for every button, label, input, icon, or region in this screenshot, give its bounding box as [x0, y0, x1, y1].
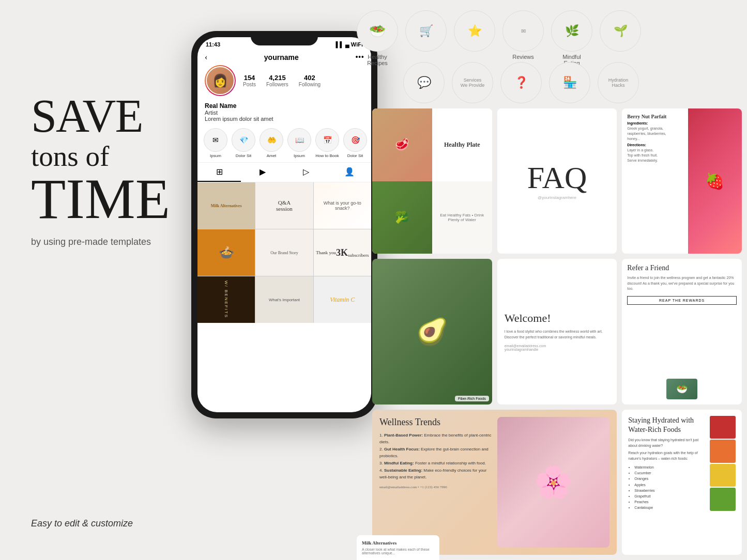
ig-highlight-reviews[interactable]: ✉ Reviews [502, 10, 544, 60]
save-headline: SAVE [31, 93, 186, 139]
welcome-contact: email@emailaddress.comyourinstagramhandl… [505, 344, 546, 351]
ingredients-label: Ingredients: [627, 121, 684, 125]
highlight-amet[interactable]: 🤲 Amet [260, 128, 283, 158]
fiber-tag: Fiber-Rich Foods [455, 396, 489, 401]
hydrated-img-yellow [710, 464, 736, 487]
highlight-label-6: Dolor Sit [347, 153, 363, 158]
ig-highlights-section: 🥗 HealthyRecipes 🛒 ⭐ ✉ Reviews 🌿 Mindful… [357, 10, 737, 66]
healthy-plate-title: Healthy Plate [432, 108, 492, 181]
wellness-title: Wellness Trends [379, 417, 492, 428]
highlight-ipsum2[interactable]: 📖 Ipsum [287, 128, 311, 158]
milk-strip-title: Milk Alternatives [362, 540, 434, 546]
profile-username: yourname [264, 53, 299, 61]
highlight-label-3: Amet [267, 153, 277, 158]
ig-highlight-circle-2: 🛒 [405, 10, 447, 52]
grid-content-7: W/ BENEFITS [197, 276, 255, 323]
card-avocado: 🥑 Fiber-Rich Foods [372, 259, 492, 404]
grid-content-3: What is your go-to snack? [314, 182, 371, 229]
berry-text-section: Berry Nut Parfait Ingredients: Greek yog… [627, 114, 687, 163]
grid-cell-1: Milk Alternatives [197, 182, 255, 229]
highlight-circle-5: 📅 [315, 128, 339, 152]
card-faq: FAQ @yourinstagramhere [497, 108, 617, 254]
card-welcome: Welcome! I love a food stylist who combi… [497, 259, 617, 404]
tab-grid[interactable]: ⊞ [197, 163, 241, 182]
highlight-book[interactable]: 📅 How to Book [315, 128, 339, 158]
grid-content-6: Thank you3Ksubscribers [314, 229, 371, 276]
card-refer: Refer a Friend Invite a friend to join t… [622, 259, 742, 404]
grid-cell-3: What is your go-to snack? [314, 182, 371, 229]
profile-stats: 154 Posts 4,215 Followers 402 Following [236, 70, 328, 91]
ig-highlight-chat[interactable]: 💬 [403, 62, 445, 105]
status-time: 11:43 [206, 41, 220, 48]
avatar-inner: 👩 [206, 66, 235, 95]
wellness-item-1: 1. Plant-Based Power: Embrace the benefi… [379, 432, 492, 446]
highlight-dolor[interactable]: 💎 Dolor Sit [232, 128, 255, 158]
hydrated-inner: Staying Hydrated with Water-Rich Foods D… [628, 416, 736, 511]
highlight-ipsum[interactable]: ✉ Ipsum [204, 128, 227, 158]
phone-outer: 11:43 ▌▌ ▄ WiFi ‹ yourname ••• 👩 154 [191, 31, 377, 418]
ig-highlight-hydration[interactable]: HydrationHacks [598, 62, 639, 105]
highlight-dolor2[interactable]: 🎯 Dolor Sit [343, 128, 367, 158]
tab-video[interactable]: ▷ [284, 163, 328, 182]
easy-edit-label: Easy to edit & customize [31, 518, 133, 529]
wellness-list: 1. Plant-Based Power: Embrace the benefi… [379, 432, 492, 481]
ig-highlight-store[interactable]: 🏪 [549, 62, 590, 105]
wellness-inner: Wellness Trends 1. Plant-Based Power: Em… [379, 417, 609, 548]
ig-highlight-circle-1: 🥗 [357, 10, 398, 52]
refer-hand-image: 🥗 [627, 375, 737, 399]
ig-highlight-question[interactable]: ❓ [500, 62, 542, 105]
ig-highlight-circle-6: 🌱 [600, 10, 641, 52]
avocado-image: 🥑 [416, 317, 448, 347]
ig-highlight-circle-7: 💬 [403, 62, 445, 103]
back-icon[interactable]: ‹ [205, 53, 207, 62]
tab-reels[interactable]: ▶ [241, 163, 284, 182]
faq-handle: @yourinstagramhere [538, 195, 576, 200]
ig-highlight-leaf[interactable]: 🌱 [600, 10, 641, 54]
food-cantaloupe: Cantaloupe [634, 505, 706, 510]
hydrated-img-green [710, 488, 736, 510]
grid-cell-5: Our Brand Story [255, 229, 313, 276]
wellness-item-4: 4. Sustainable Eating: Make eco-friendly… [379, 467, 492, 481]
ig-highlight-circle-11: HydrationHacks [598, 62, 639, 103]
profile-artist: Artist [205, 110, 364, 116]
ig-highlight-healthy-recipes[interactable]: 🥗 HealthyRecipes [357, 10, 398, 66]
highlight-circle-3: 🤲 [260, 128, 283, 152]
healthy-plate-subtitle: Eat Healthy Fats • Drink Plenty of Water [432, 181, 492, 254]
ig-highlight-services[interactable]: ServicesWe Provide [452, 62, 493, 105]
tab-tagged[interactable]: 👤 [328, 163, 371, 182]
wellness-item-3: 3. Mindful Eating: Foster a mindful rela… [379, 460, 492, 467]
story-highlights: ✉ Ipsum 💎 Dolor Sit 🤲 Amet 📖 Ipsum 📅 [197, 124, 371, 162]
reap-rewards-button[interactable]: REAP THE REWARDS [627, 296, 737, 305]
ig-highlight-cart[interactable]: 🛒 [405, 10, 447, 54]
food-grapefruit: Grapefruit [634, 493, 706, 499]
card-healthy-plate: 🥩 Healthy Plate 🥦 Eat Healthy Fats • Dri… [372, 108, 492, 254]
berry-side-image: 🍓 [688, 108, 742, 254]
wellness-flower-image: 🌸 [497, 417, 610, 548]
plate-food-img-2: 🥦 [372, 181, 432, 254]
berry-ingredients: Greek yogurt, granola,raspberries, blueb… [627, 126, 684, 141]
refer-body: Invite a friend to join the wellness pro… [627, 275, 737, 292]
highlight-label-2: Dolor Sit [236, 153, 252, 158]
milk-strip-body: A closer look at what makes each of thes… [362, 548, 434, 555]
highlight-label-5: How to Book [315, 153, 339, 158]
ig-highlight-circle-8: ServicesWe Provide [452, 62, 493, 103]
wellness-text: Wellness Trends 1. Plant-Based Power: Em… [379, 417, 492, 548]
plate-food-img-1: 🥩 [372, 108, 432, 181]
food-peaches: Peaches [634, 499, 706, 505]
ig-highlight-label-4: Reviews [512, 54, 534, 60]
grid-cell-8: What's Important [255, 276, 313, 323]
grid-content-2: Q&Asession [255, 182, 313, 229]
phone-screen: 11:43 ▌▌ ▄ WiFi ‹ yourname ••• 👩 154 [197, 37, 371, 412]
highlight-circle-6: 🎯 [343, 128, 367, 152]
profile-avatar: 👩 [205, 65, 236, 96]
ig-highlight-mindful[interactable]: 🌿 MindfulEating [551, 10, 592, 66]
grid-content-4: 🍲 [197, 229, 255, 276]
stat-following: 402 Following [299, 74, 321, 87]
food-oranges: Oranges [634, 476, 706, 481]
following-label: Following [299, 82, 321, 87]
hand-bowl-icon: 🥗 [666, 379, 697, 399]
hydrated-img-orange [710, 440, 736, 462]
ig-highlight-star[interactable]: ⭐ [454, 10, 495, 54]
berry-title: Berry Nut Parfait [627, 114, 684, 119]
ig-highlight-label-1: HealthyRecipes [367, 54, 388, 66]
